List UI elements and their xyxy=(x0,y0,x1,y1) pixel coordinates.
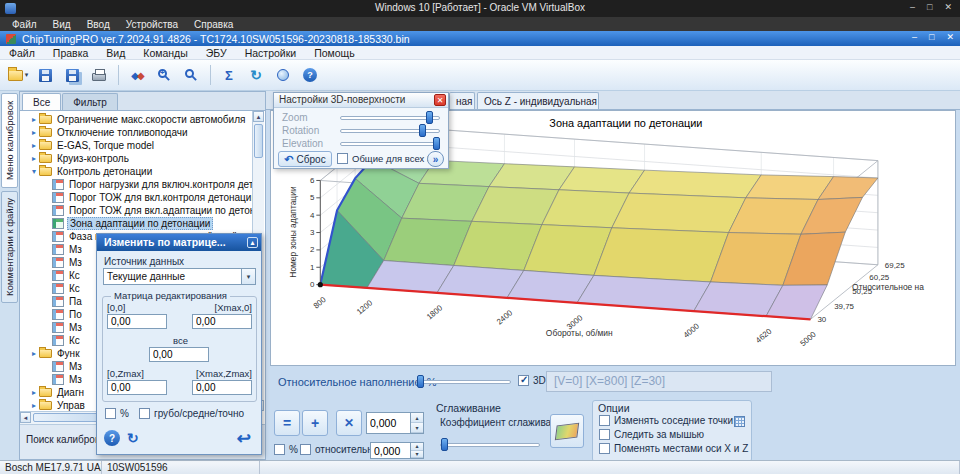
chart-tab-axis-z[interactable]: Ось Z - индивидуальная xyxy=(477,92,599,109)
app-menu-item[interactable]: Правка xyxy=(44,47,97,59)
tree-item[interactable]: ▸E-GAS, Torque model xyxy=(20,139,253,152)
maximize-icon[interactable]: □ xyxy=(929,32,934,42)
search-button[interactable] xyxy=(178,63,204,88)
chart-tab-clipped[interactable]: ная xyxy=(449,92,475,109)
all-input[interactable] xyxy=(149,347,209,362)
smooth-surface-button[interactable] xyxy=(550,414,584,448)
print-button[interactable] xyxy=(86,63,112,88)
sync-button[interactable]: ↻ xyxy=(243,63,269,88)
dialog-titlebar[interactable]: Настройки 3D-поверхности ✕ xyxy=(274,93,448,108)
relative-checkbox[interactable]: относительно xyxy=(300,444,378,455)
elevation-slider[interactable] xyxy=(340,137,440,150)
collapse-icon[interactable]: ▴ xyxy=(247,237,258,248)
reset-button[interactable]: ↶ Сброс xyxy=(278,151,332,167)
cell-input-xmax0[interactable] xyxy=(192,314,252,329)
tree-tab-filter[interactable]: Фильтр xyxy=(62,93,118,110)
minimize-icon[interactable]: – xyxy=(910,2,915,12)
tree-item[interactable]: ▸Отключение топливоподачи xyxy=(20,126,253,139)
compare-button[interactable]: ◆◆ xyxy=(124,63,150,88)
app-menu-item[interactable]: Настройки xyxy=(236,47,306,59)
tree-item[interactable]: ▸Ограничение макс.скорости автомобиля xyxy=(20,113,253,126)
expander-icon: ▾ xyxy=(29,167,39,176)
refresh-button[interactable]: ↻ xyxy=(127,430,139,446)
slider-thumb[interactable] xyxy=(426,111,433,124)
tree-item-label: Круиз-контроль xyxy=(55,153,131,164)
maximize-icon[interactable]: □ xyxy=(927,2,932,12)
vbox-menu-item[interactable]: Вид xyxy=(45,19,79,30)
help-button[interactable]: ? xyxy=(104,430,120,446)
apply-button[interactable]: ↩ xyxy=(237,428,251,449)
threed-checkbox[interactable]: 3D xyxy=(518,375,546,386)
fill-slider[interactable] xyxy=(416,375,511,388)
matrix-percent-checkbox[interactable]: % xyxy=(105,408,129,419)
minimize-icon[interactable]: – xyxy=(912,32,917,42)
option-checkbox-1[interactable]: Следить за мышью xyxy=(599,429,704,440)
multiply-value-button[interactable]: ✕ xyxy=(336,410,362,436)
more-options-button[interactable]: » xyxy=(427,151,444,167)
data-source-select[interactable]: Текущие данные ▾ xyxy=(103,268,256,285)
side-tab-calibration-menu[interactable]: Меню калибровок xyxy=(1,93,18,188)
checksum-button[interactable]: Σ xyxy=(216,63,242,88)
surface-slider-row: Elevation xyxy=(274,137,448,150)
tree-item[interactable]: Зона адаптации по детонации xyxy=(20,217,253,230)
cell-input-xmaxzmax[interactable] xyxy=(192,380,252,395)
precision-mode-checkbox[interactable]: грубо/средне/точно xyxy=(139,408,244,419)
relative-value-input[interactable] xyxy=(371,443,410,458)
vbox-menu-item[interactable]: Файл xyxy=(4,19,45,30)
slider-thumb[interactable] xyxy=(433,137,440,150)
app-menu-item[interactable]: Файл xyxy=(0,47,44,59)
help-button[interactable]: ? xyxy=(297,63,323,88)
search-plus-button[interactable] xyxy=(151,63,177,88)
app-menu-item[interactable]: Вид xyxy=(97,47,134,59)
app-menu-item[interactable]: Команды xyxy=(134,47,197,59)
close-icon[interactable]: ✕ xyxy=(944,2,952,12)
spinner-buttons[interactable]: ▴ ▾ xyxy=(410,413,423,433)
spin-down-icon[interactable]: ▾ xyxy=(411,423,423,433)
relative-value-spinner[interactable]: ▴ ▾ xyxy=(370,442,424,459)
chevron-down-icon[interactable]: ▾ xyxy=(241,269,255,284)
save-button[interactable] xyxy=(32,63,58,88)
zoom-slider[interactable] xyxy=(340,111,440,124)
tree-item[interactable]: Порог нагрузки для включ.контроля дето xyxy=(20,178,253,191)
slider-thumb[interactable] xyxy=(419,124,426,137)
spin-down-icon[interactable]: ▾ xyxy=(411,451,423,459)
option-checkbox-0[interactable]: Изменять соседние точки xyxy=(599,415,733,426)
app-menu-item[interactable]: Помощь xyxy=(305,47,364,59)
value-input[interactable] xyxy=(367,413,410,433)
scroll-thumb[interactable] xyxy=(254,124,263,158)
cell-input-00[interactable] xyxy=(107,314,167,329)
grid-line xyxy=(388,126,878,161)
set-value-button[interactable]: = xyxy=(274,410,300,436)
rotation-slider[interactable] xyxy=(340,124,440,137)
save-all-button[interactable] xyxy=(59,63,85,88)
dialog-titlebar[interactable]: Изменить по матрице... ▴ xyxy=(97,234,261,251)
open-button[interactable]: ▾ xyxy=(5,63,31,88)
percent-checkbox[interactable]: % xyxy=(274,444,298,455)
vbox-menu-item[interactable]: Устройства xyxy=(118,19,186,30)
scroll-up-icon[interactable]: ▴ xyxy=(253,111,264,122)
spin-up-icon[interactable]: ▴ xyxy=(411,413,423,423)
common-for-all-3d-checkbox[interactable]: Общие для всех 3D xyxy=(337,153,439,164)
spinner-buttons[interactable]: ▴ ▾ xyxy=(410,443,423,458)
tree-item[interactable]: Порог ТОЖ для вкл.адаптации по детона xyxy=(20,204,253,217)
smoothing-slider[interactable] xyxy=(440,438,540,451)
add-value-button[interactable]: + xyxy=(302,410,328,436)
side-tab-file-comments[interactable]: Комментарии к файлу xyxy=(1,191,18,303)
slider-thumb[interactable] xyxy=(441,438,448,451)
app-menu-item[interactable]: ЭБУ xyxy=(197,47,236,59)
close-icon[interactable]: ✕ xyxy=(946,32,954,42)
vbox-menu-item[interactable]: Ввод xyxy=(79,19,118,30)
cell-input-0zmax[interactable] xyxy=(107,380,167,395)
value-spinner[interactable]: ▴ ▾ xyxy=(366,412,424,434)
tree-tab-all[interactable]: Все xyxy=(22,93,61,110)
tree-item[interactable]: ▾Контроль детонации xyxy=(20,165,253,178)
spin-up-icon[interactable]: ▴ xyxy=(411,443,423,451)
slider-thumb[interactable] xyxy=(417,375,424,388)
globe-button[interactable] xyxy=(270,63,296,88)
scroll-left-icon[interactable]: ◂ xyxy=(20,412,31,423)
option-checkbox-2[interactable]: Поменять местами оси X и Z xyxy=(599,443,748,454)
tree-item[interactable]: ▸Круиз-контроль xyxy=(20,152,253,165)
close-button[interactable]: ✕ xyxy=(434,94,446,106)
tree-item[interactable]: Порог ТОЖ для вкл.контроля детонации xyxy=(20,191,253,204)
vbox-menu-item[interactable]: Справка xyxy=(186,19,241,30)
